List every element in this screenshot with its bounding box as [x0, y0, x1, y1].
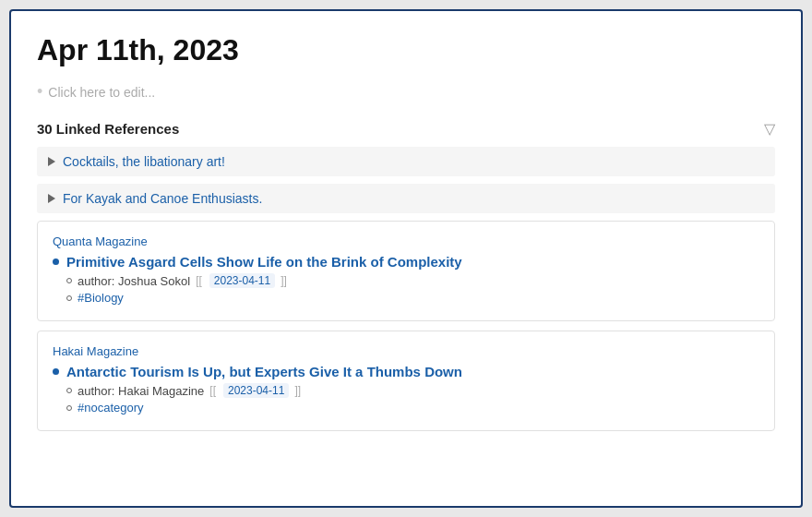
meta-tag-0: #Biology	[66, 291, 759, 305]
ref-card-item-0: Primitive Asgard Cells Show Life on the …	[53, 254, 759, 270]
author-text-1: author: Hakai Magazine	[78, 384, 204, 398]
open-bullet-tag-1	[66, 405, 72, 411]
ref-card-source-1: Hakai Magazine	[53, 344, 759, 358]
references-header: 30 Linked References ▽	[37, 120, 775, 138]
meta-author-0: author: Joshua Sokol [[2023-04-11]]	[66, 273, 759, 288]
references-count: 30 Linked References	[37, 121, 179, 137]
meta-tag-1: #nocategory	[66, 401, 759, 415]
ref-card-source-0: Quanta Magazine	[53, 234, 759, 248]
tag-link-1[interactable]: #nocategory	[78, 401, 144, 415]
open-bullet-1	[66, 388, 72, 393]
page-title: Apr 11th, 2023	[37, 33, 775, 67]
expand-icon-1	[48, 194, 55, 203]
bracket-open-1: [[	[209, 384, 216, 397]
ref-card-item-1: Antarctic Tourism Is Up, but Experts Giv…	[53, 364, 759, 379]
ref-card-1: Hakai Magazine Antarctic Tourism Is Up, …	[37, 331, 775, 431]
filter-icon[interactable]: ▽	[764, 120, 775, 138]
page-container: Apr 11th, 2023 Click here to edit... 30 …	[9, 9, 803, 508]
ref-card-title-1[interactable]: Antarctic Tourism Is Up, but Experts Giv…	[66, 364, 462, 379]
date-ref-0[interactable]: 2023-04-11	[209, 273, 275, 288]
tag-link-0[interactable]: #Biology	[78, 291, 124, 305]
ref-card-meta-1: author: Hakai Magazine [[2023-04-11]] #n…	[66, 383, 759, 415]
bullet-icon-0	[53, 258, 59, 265]
edit-placeholder-text[interactable]: Click here to edit...	[48, 85, 155, 100]
collapsed-label-1: For Kayak and Canoe Enthusiasts.	[63, 191, 262, 206]
edit-placeholder[interactable]: Click here to edit...	[37, 82, 775, 102]
ref-card-meta-0: author: Joshua Sokol [[2023-04-11]] #Bio…	[66, 273, 759, 305]
collapsed-item-1[interactable]: For Kayak and Canoe Enthusiasts.	[37, 184, 775, 213]
ref-card-title-0[interactable]: Primitive Asgard Cells Show Life on the …	[66, 254, 462, 270]
bracket-close-1: ]]	[294, 384, 301, 397]
bracket-open-0: [[	[196, 274, 202, 287]
meta-author-1: author: Hakai Magazine [[2023-04-11]]	[66, 383, 759, 398]
collapsed-item-0[interactable]: Cocktails, the libationary art!	[37, 147, 775, 176]
collapsed-label-0: Cocktails, the libationary art!	[63, 154, 225, 169]
ref-card-0: Quanta Magazine Primitive Asgard Cells S…	[37, 221, 775, 321]
open-bullet-tag-0	[66, 295, 72, 301]
date-ref-1[interactable]: 2023-04-11	[223, 383, 289, 398]
expand-icon-0	[48, 157, 55, 166]
bracket-close-0: ]]	[281, 274, 287, 287]
author-text-0: author: Joshua Sokol	[78, 274, 190, 288]
bullet-icon-1	[53, 368, 59, 375]
open-bullet-0	[66, 278, 72, 283]
